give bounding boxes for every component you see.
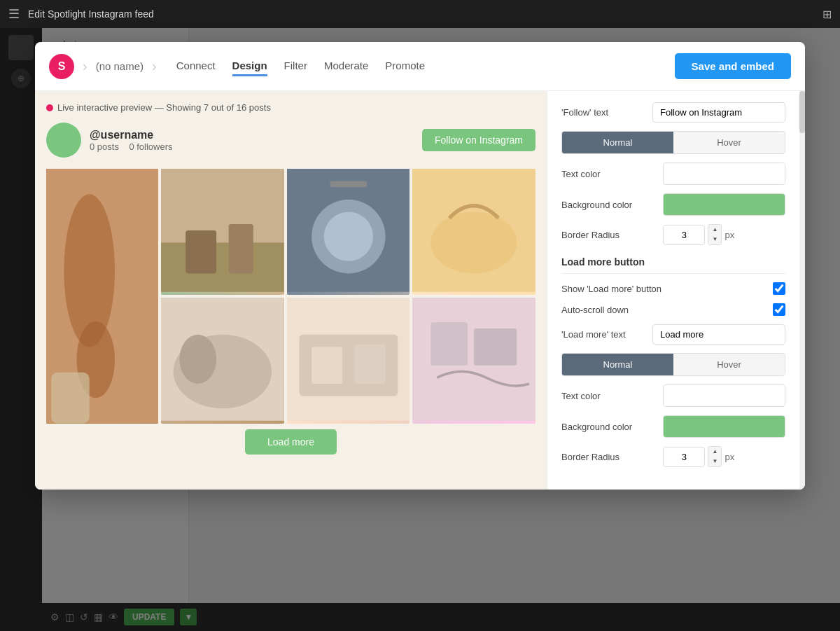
breadcrumb-name: (no name) bbox=[96, 60, 144, 72]
border-radius-row-1: Border Radius ▲ ▼ px bbox=[561, 224, 785, 245]
border-radius-group-1: ▲ ▼ px bbox=[663, 224, 785, 245]
stepper-up-2[interactable]: ▲ bbox=[708, 447, 721, 457]
auto-scroll-label: Auto-scroll down bbox=[561, 305, 773, 315]
svg-point-16 bbox=[179, 334, 216, 383]
bg-color-label-2: Background color bbox=[561, 422, 663, 432]
load-more-text-row: 'Load more' text bbox=[561, 324, 785, 345]
tab-moderate[interactable]: Moderate bbox=[324, 57, 368, 76]
settings-panel: 'Follow' text Normal Hover Text color bbox=[547, 91, 799, 490]
save-embed-button[interactable]: Save and embed bbox=[675, 53, 791, 79]
preview-status: Live interactive preview — Showing 7 out… bbox=[46, 102, 536, 113]
scroll-thumb[interactable] bbox=[799, 91, 805, 133]
text-color-label-2: Text color bbox=[561, 391, 663, 401]
auto-scroll-checkbox[interactable] bbox=[773, 303, 785, 316]
svg-rect-23 bbox=[474, 328, 517, 366]
text-color-value-2 bbox=[664, 385, 785, 406]
preview-status-text: Live interactive preview — Showing 7 out… bbox=[57, 102, 271, 113]
border-radius-row-2: Border Radius ▲ ▼ px bbox=[561, 446, 785, 467]
bg-color-value-2 bbox=[664, 416, 785, 437]
follow-instagram-button[interactable]: Follow on Instagram bbox=[422, 129, 536, 151]
follow-text-input[interactable] bbox=[652, 102, 785, 123]
text-color-row-2: Text color bbox=[561, 384, 785, 407]
photo-svg-5 bbox=[161, 298, 284, 421]
load-more-button[interactable]: Load more bbox=[245, 429, 337, 455]
follow-text-row: 'Follow' text bbox=[561, 102, 785, 123]
bg-color-row-2: Background color bbox=[561, 415, 785, 438]
profile-info: @username 0 posts 0 followers bbox=[90, 129, 173, 152]
show-load-more-row: Show 'Load more' button bbox=[561, 282, 785, 295]
load-more-text-input[interactable] bbox=[652, 324, 785, 345]
border-radius-stepper-1: ▲ ▼ bbox=[708, 224, 722, 245]
normal-hover-toggle-1: Normal Hover bbox=[561, 131, 785, 154]
svg-rect-3 bbox=[51, 373, 90, 424]
modal-logo: S bbox=[49, 54, 74, 79]
breadcrumb-arrow-2: › bbox=[152, 58, 157, 74]
photo-cell-2[interactable] bbox=[161, 169, 284, 295]
normal-button-1[interactable]: Normal bbox=[562, 132, 673, 153]
breadcrumb-arrow-1: › bbox=[83, 58, 88, 74]
show-load-more-label: Show 'Load more' button bbox=[561, 284, 773, 294]
border-radius-label-1: Border Radius bbox=[561, 230, 663, 240]
status-dot bbox=[46, 104, 53, 111]
photo-svg-2 bbox=[161, 169, 284, 292]
preview-panel: Live interactive preview — Showing 7 out… bbox=[35, 91, 547, 490]
normal-button-2[interactable]: Normal bbox=[562, 354, 673, 375]
tab-promote[interactable]: Promote bbox=[385, 57, 425, 76]
stepper-down-2[interactable]: ▼ bbox=[708, 457, 721, 466]
photo-svg-3 bbox=[287, 169, 410, 292]
photo-svg-6 bbox=[287, 298, 410, 421]
svg-rect-6 bbox=[186, 230, 216, 274]
photo-cell-5[interactable] bbox=[161, 298, 284, 424]
bg-color-swatch-1[interactable] bbox=[663, 193, 785, 216]
border-radius-input-1[interactable] bbox=[663, 225, 705, 245]
tab-filter[interactable]: Filter bbox=[284, 57, 307, 76]
bg-color-swatch-2[interactable] bbox=[663, 415, 785, 438]
svg-rect-7 bbox=[228, 224, 253, 273]
svg-rect-19 bbox=[312, 347, 342, 384]
border-radius-group-2: ▲ ▼ px bbox=[663, 446, 785, 467]
username: @username bbox=[90, 129, 173, 141]
photo-cell-7[interactable] bbox=[412, 298, 536, 424]
text-color-swatch-2[interactable] bbox=[663, 384, 785, 407]
photo-grid bbox=[46, 169, 536, 418]
profile-stats: 0 posts 0 followers bbox=[90, 141, 173, 152]
svg-rect-10 bbox=[330, 181, 367, 188]
photo-cell-3[interactable] bbox=[287, 169, 410, 295]
svg-rect-20 bbox=[354, 345, 385, 384]
hover-button-2[interactable]: Hover bbox=[673, 354, 785, 375]
text-color-swatch-1[interactable] bbox=[663, 162, 785, 185]
scroll-track bbox=[799, 91, 805, 490]
stepper-down-1[interactable]: ▼ bbox=[708, 235, 721, 244]
stepper-up-1[interactable]: ▲ bbox=[708, 225, 721, 235]
text-color-value-1 bbox=[664, 163, 785, 184]
load-more-text-label: 'Load more' text bbox=[561, 329, 645, 340]
photo-cell-1[interactable] bbox=[46, 169, 158, 424]
svg-point-13 bbox=[431, 212, 517, 274]
follow-text-label: 'Follow' text bbox=[561, 107, 645, 118]
auto-scroll-row: Auto-scroll down bbox=[561, 303, 785, 316]
modal-overlay: S › (no name) › Connect Design Filter Mo… bbox=[0, 28, 840, 631]
show-load-more-checkbox[interactable] bbox=[773, 282, 785, 295]
grid-icon[interactable]: ⊞ bbox=[822, 8, 832, 21]
tab-design[interactable]: Design bbox=[232, 57, 267, 76]
bg-color-row-1: Background color bbox=[561, 193, 785, 216]
photo-svg-1 bbox=[46, 169, 158, 424]
menu-icon[interactable]: ☰ bbox=[8, 6, 20, 22]
photo-cell-6[interactable] bbox=[287, 298, 410, 424]
photo-cell-4[interactable] bbox=[412, 169, 536, 295]
svg-rect-22 bbox=[431, 322, 468, 366]
normal-hover-toggle-2: Normal Hover bbox=[561, 353, 785, 376]
load-more-section-header: Load more button bbox=[561, 256, 785, 274]
hover-button-1[interactable]: Hover bbox=[673, 132, 785, 153]
photo-svg-7 bbox=[412, 298, 536, 421]
text-color-label-1: Text color bbox=[561, 169, 663, 179]
border-radius-unit-2: px bbox=[724, 452, 734, 462]
svg-rect-5 bbox=[161, 242, 284, 291]
border-radius-stepper-2: ▲ ▼ bbox=[708, 446, 722, 467]
modal-nav: Connect Design Filter Moderate Promote bbox=[176, 57, 425, 76]
svg-point-11 bbox=[323, 212, 372, 261]
modal-header: S › (no name) › Connect Design Filter Mo… bbox=[35, 42, 805, 91]
tab-connect[interactable]: Connect bbox=[176, 57, 216, 76]
text-color-row-1: Text color bbox=[561, 162, 785, 185]
border-radius-input-2[interactable] bbox=[663, 447, 705, 467]
